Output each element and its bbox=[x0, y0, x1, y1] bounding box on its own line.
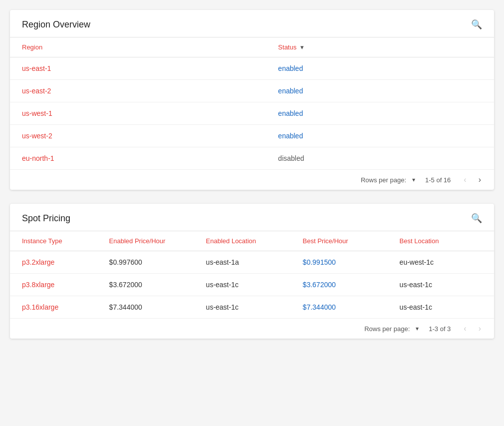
table-row: p3.8xlarge$3.672000us-east-1c$3.672000us… bbox=[10, 274, 494, 296]
best-location-cell: eu-west-1c bbox=[388, 251, 494, 274]
region-overview-header-row: Region Status ▾ bbox=[10, 37, 494, 57]
region-cell[interactable]: us-east-2 bbox=[10, 80, 266, 102]
region-cell[interactable]: us-west-2 bbox=[10, 125, 266, 147]
status-cell: enabled bbox=[266, 80, 494, 102]
enabled-price-cell: $3.672000 bbox=[97, 274, 194, 296]
region-cell[interactable]: us-east-1 bbox=[10, 57, 266, 80]
table-row: us-east-1enabled bbox=[10, 57, 494, 80]
region-overview-header: Region Overview 🔍 bbox=[10, 10, 494, 37]
next-page-spot[interactable]: › bbox=[476, 324, 484, 334]
col-header-instance-type: Instance Type bbox=[10, 231, 97, 251]
region-overview-title: Region Overview bbox=[22, 19, 90, 30]
region-cell[interactable]: eu-north-1 bbox=[10, 147, 266, 170]
enabled-price-cell: $7.344000 bbox=[97, 296, 194, 319]
instance-type-cell[interactable]: p3.8xlarge bbox=[10, 274, 97, 296]
table-row: us-west-2enabled bbox=[10, 125, 494, 147]
spot-pagination: Rows per page: ▾ 1-3 of 3 ‹ › bbox=[10, 318, 494, 339]
status-cell: enabled bbox=[266, 102, 494, 125]
col-header-best-price: Best Price/Hour bbox=[291, 231, 388, 251]
table-row: p3.16xlarge$7.344000us-east-1c$7.344000u… bbox=[10, 296, 494, 319]
sort-arrow-status: ▾ bbox=[300, 43, 304, 51]
enabled-location-cell: us-east-1a bbox=[194, 251, 291, 274]
best-location-cell: us-east-1c bbox=[388, 296, 494, 319]
col-header-region: Region bbox=[10, 37, 266, 57]
status-cell: enabled bbox=[266, 125, 494, 147]
search-icon-region[interactable]: 🔍 bbox=[471, 19, 482, 30]
col-header-best-location: Best Location bbox=[388, 231, 494, 251]
rows-per-page-label-spot: Rows per page: bbox=[364, 325, 410, 333]
region-cell[interactable]: us-west-1 bbox=[10, 102, 266, 125]
spot-pricing-header: Spot Pricing 🔍 bbox=[10, 204, 494, 231]
col-header-status[interactable]: Status ▾ bbox=[266, 37, 494, 57]
spot-pricing-title: Spot Pricing bbox=[22, 213, 70, 224]
col-header-enabled-price: Enabled Price/Hour bbox=[97, 231, 194, 251]
spot-pricing-header-row: Instance Type Enabled Price/Hour Enabled… bbox=[10, 231, 494, 251]
prev-page-spot[interactable]: ‹ bbox=[461, 324, 469, 334]
best-price-cell[interactable]: $7.344000 bbox=[291, 296, 388, 319]
col-header-enabled-location: Enabled Location bbox=[194, 231, 291, 251]
region-overview-table: Region Status ▾ us-east-1enabledus-east-… bbox=[10, 37, 494, 169]
spot-pricing-table: Instance Type Enabled Price/Hour Enabled… bbox=[10, 231, 494, 318]
enabled-price-cell: $0.997600 bbox=[97, 251, 194, 274]
rows-per-page-dropdown-region[interactable]: ▾ bbox=[412, 176, 415, 183]
table-row: eu-north-1disabled bbox=[10, 147, 494, 170]
page-range-spot: 1-3 of 3 bbox=[429, 325, 451, 333]
rows-per-page-dropdown-spot[interactable]: ▾ bbox=[416, 325, 419, 332]
best-price-cell[interactable]: $3.672000 bbox=[291, 274, 388, 296]
table-row: us-west-1enabled bbox=[10, 102, 494, 125]
page-range-region: 1-5 of 16 bbox=[425, 176, 451, 184]
region-pagination: Rows per page: ▾ 1-5 of 16 ‹ › bbox=[10, 169, 494, 190]
status-cell: enabled bbox=[266, 57, 494, 80]
table-row: us-east-2enabled bbox=[10, 80, 494, 102]
best-price-cell[interactable]: $0.991500 bbox=[291, 251, 388, 274]
search-icon-spot[interactable]: 🔍 bbox=[471, 213, 482, 224]
region-overview-card: Region Overview 🔍 Region Status ▾ us-eas… bbox=[10, 10, 494, 190]
next-page-region[interactable]: › bbox=[476, 175, 484, 185]
best-location-cell: us-east-1c bbox=[388, 274, 494, 296]
rows-per-page-label-region: Rows per page: bbox=[361, 176, 406, 184]
enabled-location-cell: us-east-1c bbox=[194, 296, 291, 319]
spot-pricing-card: Spot Pricing 🔍 Instance Type Enabled Pri… bbox=[10, 204, 494, 339]
table-row: p3.2xlarge$0.997600us-east-1a$0.991500eu… bbox=[10, 251, 494, 274]
prev-page-region[interactable]: ‹ bbox=[461, 175, 469, 185]
instance-type-cell[interactable]: p3.16xlarge bbox=[10, 296, 97, 319]
instance-type-cell[interactable]: p3.2xlarge bbox=[10, 251, 97, 274]
status-cell: disabled bbox=[266, 147, 494, 170]
enabled-location-cell: us-east-1c bbox=[194, 274, 291, 296]
